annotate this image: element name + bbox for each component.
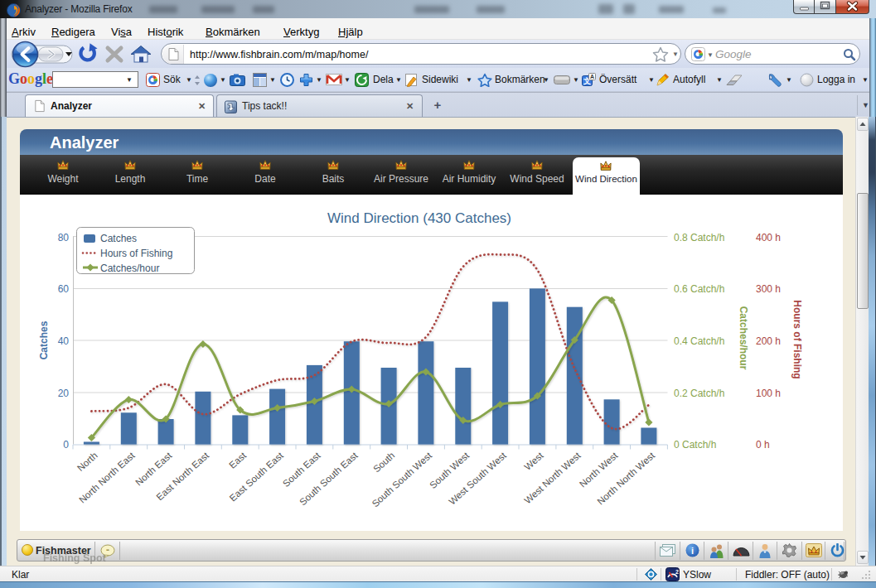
svg-text:200 h: 200 h <box>756 335 781 347</box>
svg-text:North: North <box>75 451 99 474</box>
svg-text:60: 60 <box>58 283 70 295</box>
svg-text:100 h: 100 h <box>756 388 781 399</box>
svg-text:Catches/hour: Catches/hour <box>738 306 749 370</box>
svg-text:0 Catch/h: 0 Catch/h <box>674 439 716 451</box>
svg-text:Hours of Fishing: Hours of Fishing <box>100 248 172 259</box>
svg-text:Hours of Fishing: Hours of Fishing <box>791 300 803 378</box>
svg-text:South: South <box>371 451 396 475</box>
svg-text:Catches/hour: Catches/hour <box>100 263 159 274</box>
svg-text:80: 80 <box>58 232 70 243</box>
svg-text:0.8 Catch/h: 0.8 Catch/h <box>674 232 724 243</box>
svg-text:2: 2 <box>675 569 679 575</box>
svg-text:Wind Direction (430 Catches): Wind Direction (430 Catches) <box>327 210 511 226</box>
svg-text:“: “ <box>106 547 109 555</box>
svg-text:20: 20 <box>58 388 70 399</box>
svg-text:40: 40 <box>58 335 70 347</box>
svg-text:A: A <box>590 74 594 80</box>
svg-text:West: West <box>522 450 545 472</box>
svg-text:i: i <box>691 546 694 556</box>
svg-text:0.6 Catch/h: 0.6 Catch/h <box>674 283 724 295</box>
svg-text:Catches: Catches <box>38 321 50 359</box>
svg-text:400 h: 400 h <box>756 232 781 243</box>
svg-text:300 h: 300 h <box>756 283 781 295</box>
svg-text:East: East <box>227 450 249 470</box>
svg-text:0.2 Catch/h: 0.2 Catch/h <box>674 388 724 399</box>
svg-text:0: 0 <box>63 439 69 451</box>
svg-text:0.4 Catch/h: 0.4 Catch/h <box>674 335 724 347</box>
svg-text:Catches: Catches <box>100 233 137 244</box>
svg-text:0 h: 0 h <box>756 439 770 451</box>
